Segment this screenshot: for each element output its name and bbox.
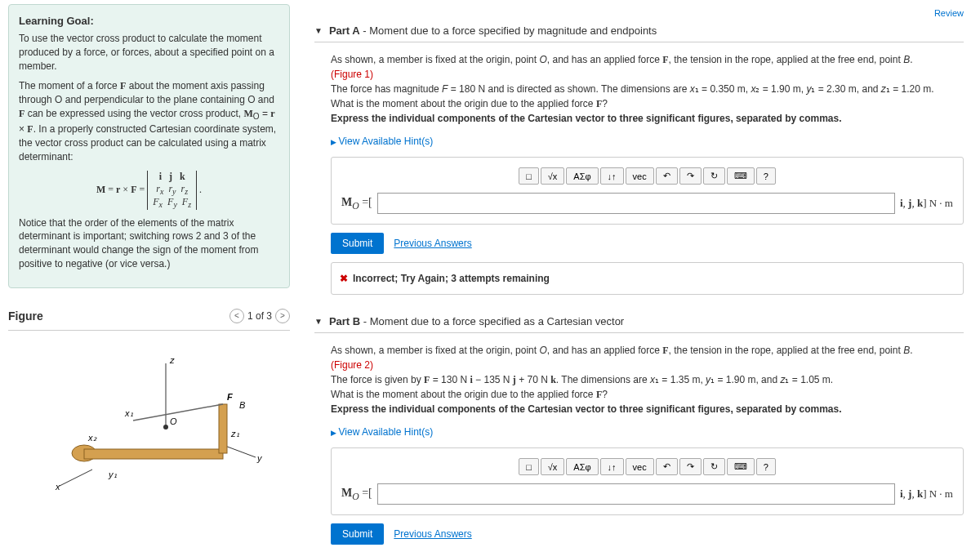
caret-icon[interactable]: ▼ [314,26,323,35]
review-link[interactable]: Review [314,8,964,18]
part-b-title: Part B - Moment due to a force specified… [329,315,624,327]
part-b-line1: As shown, a member is fixed at the origi… [331,343,964,358]
matrix-determinant: M = r × F = i j k rx ry rz Fx Fy Fz . [19,171,279,210]
tool-sqrt-icon[interactable]: √x [541,167,565,185]
tool-redo-icon[interactable]: ↷ [679,167,702,185]
part-b: ▼ Part B - Moment due to a force specifi… [314,315,964,545]
svg-text:B: B [239,400,245,410]
part-b-line3: What is the moment about the origin due … [331,387,964,402]
answer-input-a[interactable] [377,193,895,214]
tool-template-icon[interactable]: □ [519,167,539,185]
svg-text:O: O [170,416,177,426]
tool-greek-icon[interactable]: ΑΣφ [566,458,598,475]
part-a-line3: What is the moment about the origin due … [331,96,964,111]
unit-label-b: i, j, k] N · m [900,486,953,502]
tool-template-icon[interactable]: □ [519,458,539,475]
part-b-line2: The force is given by F = 130 N i − 135 … [331,372,964,387]
svg-text:x₁: x₁ [124,408,133,418]
tool-greek-icon[interactable]: ΑΣφ [566,167,598,185]
figure-heading: Figure [8,309,43,323]
tool-sqrt-icon[interactable]: √x [541,458,565,475]
answer-label-a: MO =[ [341,194,372,213]
tool-keyboard-icon[interactable]: ⌨ [727,458,755,475]
tool-undo-icon[interactable]: ↶ [656,458,678,475]
part-a-line4: Express the individual components of the… [331,111,964,126]
answer-box-b: □ √x ΑΣφ ↓↑ vec ↶ ↷ ↻ ⌨ ? MO =[ i, j, k]… [331,447,964,515]
figure-2-link[interactable]: (Figure 2) [331,359,373,371]
svg-text:z: z [169,355,175,365]
submit-button-a[interactable]: Submit [331,233,384,254]
hints-link-a[interactable]: View Available Hint(s) [331,134,964,149]
goal-p2: The moment of a force F about the moment… [19,79,279,163]
svg-line-9 [133,404,223,421]
svg-text:x₂: x₂ [87,433,97,443]
tool-subscript-icon[interactable]: ↓↑ [600,458,624,475]
tool-redo-icon[interactable]: ↷ [679,458,702,475]
tool-vec-icon[interactable]: vec [626,458,654,475]
prev-answers-link-a[interactable]: Previous Answers [394,236,471,251]
svg-text:z₁: z₁ [230,429,239,438]
svg-point-17 [163,425,168,430]
unit-label-a: i, j, k] N · m [900,195,953,211]
svg-line-0 [60,470,92,486]
svg-line-4 [223,445,256,457]
tool-undo-icon[interactable]: ↶ [656,167,678,185]
svg-text:y: y [256,453,263,463]
tool-vec-icon[interactable]: vec [626,167,654,185]
svg-rect-7 [84,449,223,459]
submit-button-b[interactable]: Submit [331,523,384,545]
tool-reset-icon[interactable]: ↻ [703,167,725,185]
tool-help-icon[interactable]: ? [756,167,776,185]
answer-input-b[interactable] [377,483,895,505]
svg-text:x: x [55,482,60,492]
hints-link-b[interactable]: View Available Hint(s) [331,425,964,439]
part-a-line1: As shown, a member is fixed at the origi… [331,52,964,67]
figure-image: x z y F B O x₁ x₂ y₁ z₁ [8,339,290,505]
caret-icon[interactable]: ▼ [314,317,323,326]
learning-goal-box: Learning Goal: To use the vector cross p… [8,4,290,288]
figure-1-link[interactable]: (Figure 1) [331,69,373,80]
tool-subscript-icon[interactable]: ↓↑ [600,167,624,185]
part-a: ▼ Part A - Part A - Moment due to a forc… [314,24,964,295]
svg-text:y₁: y₁ [108,470,117,479]
goal-p1: To use the vector cross product to calcu… [19,32,279,73]
figure-counter: 1 of 3 [247,310,272,322]
tool-reset-icon[interactable]: ↻ [703,458,725,475]
prev-answers-link-b[interactable]: Previous Answers [394,527,471,541]
figure-next-button[interactable]: > [275,309,290,323]
svg-rect-8 [219,404,227,453]
figure-nav: < 1 of 3 > [229,309,290,323]
learning-goal-heading: Learning Goal: [19,15,279,27]
svg-text:F: F [227,392,233,402]
tool-help-icon[interactable]: ? [756,458,776,475]
part-a-line2: The force has magnitude F = 180 N and is… [331,82,964,96]
figure-section: Figure < 1 of 3 > x z y F B O [0,300,298,513]
part-b-line4: Express the individual components of the… [331,402,964,416]
figure-prev-button[interactable]: < [229,309,244,323]
tool-keyboard-icon[interactable]: ⌨ [727,167,755,185]
x-icon: ✖ [340,273,348,284]
answer-box-a: □ √x ΑΣφ ↓↑ vec ↶ ↷ ↻ ⌨ ? MO =[ i, j, k]… [331,157,964,225]
answer-label-b: MO =[ [341,484,372,504]
goal-p3: Notice that the order of the elements of… [19,216,279,271]
feedback-a: ✖Incorrect; Try Again; 3 attempts remain… [331,262,964,295]
part-a-title: Part A - Part A - Moment due to a force … [329,24,657,37]
